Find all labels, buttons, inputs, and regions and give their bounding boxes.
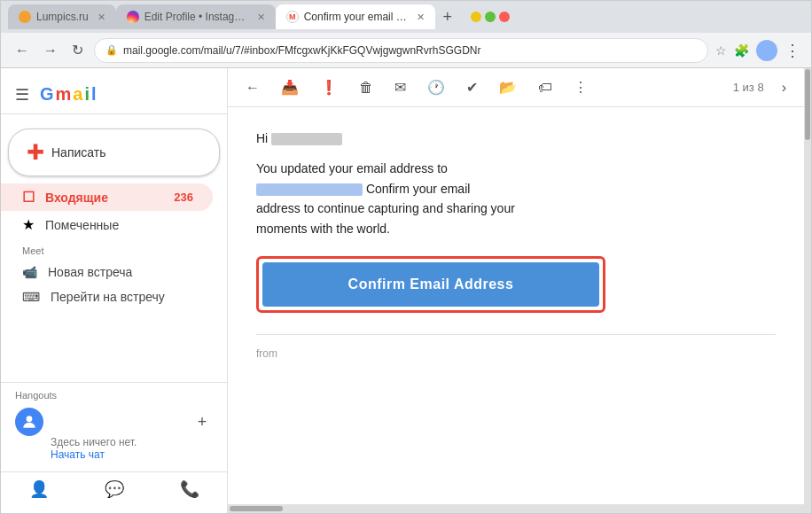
lock-icon: 🔒 <box>105 44 118 56</box>
email-body-text: You updated your email address to Confir… <box>256 159 776 238</box>
tab-instagram-close[interactable]: ✕ <box>257 12 265 23</box>
sidebar-item-inbox[interactable]: ☐ Входящие 236 <box>1 183 213 211</box>
address-bar: ← → ↻ 🔒 mail.google.com/mail/u/7/#inbox/… <box>1 33 811 68</box>
email-from-label: from <box>256 334 776 362</box>
starred-label: Помеченные <box>45 218 199 232</box>
hangout-user: + <box>15 408 213 436</box>
tab-lumpics[interactable]: Lumpics.ru ✕ <box>8 4 116 29</box>
back-nav-button[interactable]: ← <box>12 39 33 62</box>
lumpics-favicon <box>19 11 31 23</box>
phone-icon[interactable]: 📞 <box>180 479 199 499</box>
svg-point-0 <box>27 416 33 422</box>
add-hangout-button[interactable]: + <box>191 411 213 432</box>
label-button[interactable]: 🏷 <box>535 76 556 99</box>
spam-button[interactable]: ❗ <box>316 75 341 99</box>
compose-button[interactable]: ✚ Написать <box>8 128 220 176</box>
mark-unread-button[interactable]: ✉ <box>391 75 410 99</box>
hangout-start-chat-link[interactable]: Начать чат <box>15 448 213 461</box>
confirm-button-wrapper: Confirm Email Address <box>256 256 776 313</box>
minimize-button[interactable] <box>471 12 481 22</box>
meet-section-label: Meet <box>1 238 227 260</box>
keyboard-icon: ⌨ <box>22 290 40 304</box>
hangout-bottom-icons: 👤 💬 📞 <box>1 471 227 506</box>
inbox-label: Входящие <box>45 191 158 205</box>
tab-lumpics-label: Lumpics.ru <box>36 11 89 23</box>
snooze-button[interactable]: 🕐 <box>424 75 449 99</box>
tab-lumpics-close[interactable]: ✕ <box>98 12 105 23</box>
archive-button[interactable]: 📥 <box>277 75 302 99</box>
tabs-row: Lumpics.ru ✕ Edit Profile • Instagram ✕ … <box>8 4 460 29</box>
new-meeting-item[interactable]: 📹 Новая встреча <box>1 260 227 284</box>
close-button[interactable] <box>499 12 510 22</box>
hangouts-label: Hangouts <box>15 390 213 401</box>
vertical-scrollbar[interactable] <box>804 68 811 513</box>
reload-button[interactable]: ↻ <box>68 38 87 62</box>
delete-button[interactable]: 🗑 <box>355 76 377 99</box>
email-greeting: Hi <box>256 128 776 148</box>
confirm-email-button[interactable]: Confirm Email Address <box>262 262 599 307</box>
instagram-favicon <box>127 11 139 23</box>
new-email-blurred <box>256 183 363 196</box>
url-text: mail.google.com/mail/u/7/#inbox/FMfcgxwK… <box>123 44 697 57</box>
new-meeting-label: Новая встреча <box>48 265 132 279</box>
inbox-badge: 236 <box>168 190 199 205</box>
email-count: 1 из 8 <box>733 81 764 94</box>
compose-plus-icon: ✚ <box>27 140 44 165</box>
more-actions-button[interactable]: ⋮ <box>570 75 591 99</box>
chat-icon[interactable]: 💬 <box>105 479 124 499</box>
scrollbar-v-thumb[interactable] <box>805 69 810 140</box>
menu-dots-icon[interactable]: ⋮ <box>785 41 800 60</box>
tab-gmail-close[interactable]: ✕ <box>417 12 425 23</box>
gmail-favicon: M <box>286 11 299 23</box>
hamburger-icon[interactable]: ☰ <box>15 85 29 105</box>
gmail-logo: Gmail <box>40 84 97 105</box>
confirm-button-highlight: Confirm Email Address <box>256 256 605 313</box>
profile-avatar[interactable] <box>756 40 777 61</box>
gmail-header: ☰ Gmail <box>1 75 227 114</box>
next-email-button[interactable]: › <box>778 76 790 99</box>
hangout-status: Здесь ничего нет. <box>15 436 213 448</box>
email-content: Hi You updated your email address to Con… <box>228 107 804 504</box>
tab-instagram-label: Edit Profile • Instagram <box>144 11 248 23</box>
join-meeting-item[interactable]: ⌨ Перейти на встречу <box>1 284 227 309</box>
tab-gmail[interactable]: M Confirm your email address ✕ <box>276 4 435 29</box>
title-bar: Lumpics.ru ✕ Edit Profile • Instagram ✕ … <box>1 1 811 33</box>
compose-label: Написать <box>51 145 105 160</box>
bookmark-icon[interactable]: ☆ <box>715 43 727 58</box>
task-button[interactable]: ✔ <box>463 75 481 99</box>
email-body: Hi You updated your email address to Con… <box>256 128 776 362</box>
gmail-main: ☰ Gmail ✚ Написать ☐ Входящие 236 ★ Поме… <box>1 68 811 513</box>
maximize-button[interactable] <box>485 12 496 22</box>
extensions-icon[interactable]: 🧩 <box>734 43 749 58</box>
sidebar-item-starred[interactable]: ★ Помеченные <box>1 211 213 238</box>
inbox-icon: ☐ <box>22 189 35 206</box>
video-icon: 📹 <box>22 265 37 279</box>
browser-frame: Lumpics.ru ✕ Edit Profile • Instagram ✕ … <box>0 0 812 514</box>
window-controls <box>464 12 510 22</box>
tab-instagram[interactable]: Edit Profile • Instagram ✕ <box>116 4 276 29</box>
people-icon[interactable]: 👤 <box>29 479 49 499</box>
new-tab-button[interactable]: + <box>435 4 460 29</box>
hangouts-section: Hangouts + Здесь ничего нет. Начать чат <box>1 382 227 468</box>
move-button[interactable]: 📂 <box>496 75 520 99</box>
scrollbar-h-thumb[interactable] <box>230 506 283 511</box>
recipient-name-blurred <box>271 133 342 145</box>
forward-nav-button[interactable]: → <box>40 39 61 62</box>
gmail-sidebar: ☰ Gmail ✚ Написать ☐ Входящие 236 ★ Поме… <box>1 68 228 513</box>
hangout-avatar <box>15 408 43 436</box>
url-bar[interactable]: 🔒 mail.google.com/mail/u/7/#inbox/FMfcgx… <box>94 38 708 63</box>
tab-gmail-label: Confirm your email address <box>304 11 408 23</box>
join-meeting-label: Перейти на встречу <box>51 290 165 304</box>
greeting-text: Hi <box>256 131 268 145</box>
back-to-list-button[interactable]: ← <box>242 76 263 99</box>
horizontal-scrollbar[interactable] <box>228 504 804 513</box>
email-toolbar: ← 📥 ❗ 🗑 ✉ 🕐 ✔ 📂 🏷 ⋮ 1 из 8 › <box>228 68 804 107</box>
email-area: ← 📥 ❗ 🗑 ✉ 🕐 ✔ 📂 🏷 ⋮ 1 из 8 › Hi <box>228 68 804 513</box>
starred-icon: ★ <box>22 216 35 233</box>
